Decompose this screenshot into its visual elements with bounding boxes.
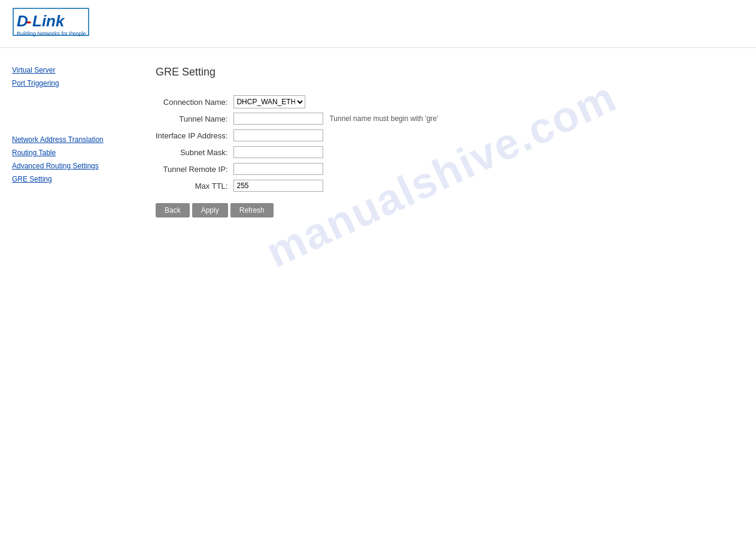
sidebar-item-gre-setting[interactable]: GRE Setting — [12, 175, 120, 183]
sidebar: Virtual Server Port Triggering Network A… — [0, 60, 132, 521]
tunnel-remote-field[interactable] — [233, 161, 329, 177]
tunnel-remote-label: Tunnel Remote IP: — [156, 161, 233, 177]
svg-text:Building Networks for People: Building Networks for People — [17, 31, 86, 37]
content-area: manualshive.com GRE Setting Connection N… — [132, 60, 756, 521]
max-ttl-row: Max TTL: — [156, 177, 438, 194]
gre-title: GRE Setting — [156, 66, 744, 81]
tunnel-name-row: Tunnel Name: Tunnel name must begin with… — [156, 110, 438, 127]
connection-name-field[interactable]: DHCP_WAN_ETH — [233, 93, 329, 110]
button-row: Back Apply Refresh — [156, 203, 744, 217]
subnet-mask-field[interactable] — [233, 144, 329, 161]
interface-ip-row: Interface IP Address: — [156, 127, 438, 144]
sidebar-bottom-section: Network Address Translation Routing Tabl… — [12, 135, 120, 183]
tunnel-name-input[interactable] — [233, 113, 323, 125]
max-ttl-label: Max TTL: — [156, 177, 233, 194]
connection-name-row: Connection Name: DHCP_WAN_ETH — [156, 93, 438, 110]
tunnel-remote-input[interactable] — [233, 163, 323, 175]
header: D - Link Building Networks for People — [0, 0, 756, 48]
sidebar-item-port-triggering[interactable]: Port Triggering — [12, 79, 120, 87]
subnet-mask-row: Subnet Mask: — [156, 144, 438, 161]
tunnel-name-label: Tunnel Name: — [156, 110, 233, 127]
gre-panel: GRE Setting Connection Name: DHCP_WAN_ET… — [156, 66, 744, 217]
back-button[interactable]: Back — [156, 203, 190, 217]
sidebar-item-advanced-routing[interactable]: Advanced Routing Settings — [12, 162, 120, 170]
tunnel-remote-row: Tunnel Remote IP: — [156, 161, 438, 177]
refresh-button[interactable]: Refresh — [230, 203, 274, 217]
max-ttl-field[interactable] — [233, 177, 329, 194]
sidebar-item-nat[interactable]: Network Address Translation — [12, 135, 120, 144]
gre-form: Connection Name: DHCP_WAN_ETH Tunnel Nam… — [156, 93, 438, 194]
interface-ip-input[interactable] — [233, 129, 323, 141]
interface-ip-label: Interface IP Address: — [156, 127, 233, 144]
subnet-mask-input[interactable] — [233, 146, 323, 158]
max-ttl-input[interactable] — [233, 180, 323, 192]
svg-text:Link: Link — [32, 12, 65, 30]
subnet-mask-label: Subnet Mask: — [156, 144, 233, 161]
logo-container: D - Link Building Networks for People — [12, 7, 90, 40]
apply-button[interactable]: Apply — [192, 203, 228, 217]
sidebar-item-virtual-server[interactable]: Virtual Server — [12, 66, 120, 74]
tunnel-name-hint: Tunnel name must begin with 'gre' — [329, 110, 438, 127]
main-layout: Virtual Server Port Triggering Network A… — [0, 48, 756, 533]
sidebar-item-routing-table[interactable]: Routing Table — [12, 149, 120, 157]
connection-name-label: Connection Name: — [156, 93, 233, 110]
tunnel-name-field[interactable] — [233, 110, 329, 127]
svg-text:-: - — [26, 12, 32, 30]
interface-ip-field[interactable] — [233, 127, 329, 144]
connection-name-select[interactable]: DHCP_WAN_ETH — [233, 95, 305, 108]
sidebar-top-section: Virtual Server Port Triggering — [12, 66, 120, 87]
dlink-logo: D - Link Building Networks for People — [12, 7, 90, 40]
